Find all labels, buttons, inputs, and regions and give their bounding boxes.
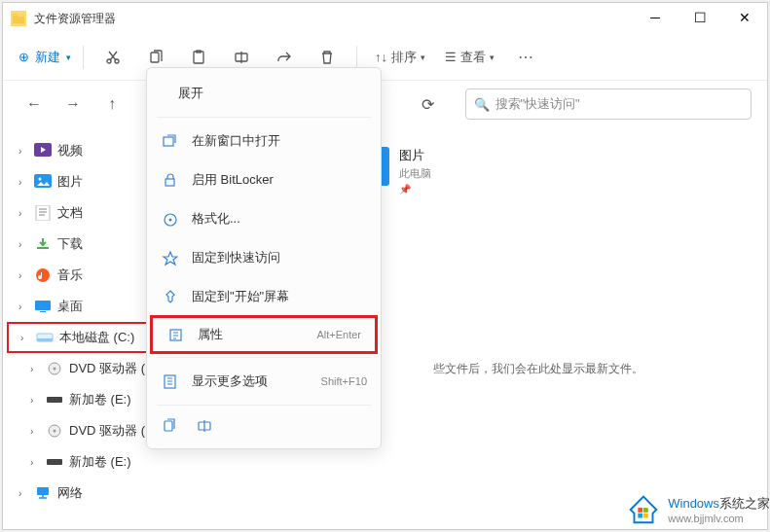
star-icon bbox=[161, 249, 178, 266]
sidebar-item-11[interactable]: › 网络 bbox=[7, 478, 178, 509]
titlebar: 文件资源管理器 ─ ☐ ✕ bbox=[3, 3, 767, 34]
refresh-button[interactable]: ⟳ bbox=[413, 89, 444, 120]
svg-rect-20 bbox=[47, 459, 62, 465]
music-icon bbox=[34, 267, 52, 283]
sidebar-label: 视频 bbox=[57, 142, 83, 160]
svg-point-10 bbox=[36, 268, 50, 282]
sidebar-item-10[interactable]: › 新加卷 (E:) bbox=[7, 446, 178, 478]
doc-icon bbox=[34, 205, 52, 221]
ctx-item-format[interactable]: 格式化... bbox=[147, 199, 381, 238]
svg-rect-9 bbox=[36, 205, 50, 221]
up-button[interactable]: ↑ bbox=[96, 89, 128, 120]
navbar: ← → ↑ ⟳ 🔍 搜索"快速访问" bbox=[3, 81, 767, 127]
forward-button[interactable]: → bbox=[57, 89, 89, 120]
minimize-button[interactable]: ─ bbox=[633, 3, 678, 32]
chevron-right-icon: › bbox=[18, 208, 28, 219]
cut-button[interactable] bbox=[95, 40, 130, 75]
sidebar-label: 新加卷 (E:) bbox=[69, 391, 131, 408]
close-button[interactable]: ✕ bbox=[722, 3, 767, 32]
sidebar-label: 图片 bbox=[57, 173, 83, 191]
disk2-icon bbox=[46, 392, 63, 408]
svg-rect-23 bbox=[164, 137, 173, 146]
svg-rect-31 bbox=[639, 508, 643, 513]
separator bbox=[157, 357, 371, 358]
ctx-label: 格式化... bbox=[192, 210, 240, 228]
svg-point-19 bbox=[54, 430, 56, 433]
svg-rect-17 bbox=[47, 397, 62, 403]
sidebar-label: 下载 bbox=[57, 235, 83, 253]
separator bbox=[157, 405, 371, 406]
view-button[interactable]: ☰ 查看 ▾ bbox=[439, 49, 500, 66]
folder-sub: 此电脑 bbox=[399, 166, 431, 181]
sidebar-label: 本地磁盘 (C:) bbox=[59, 329, 134, 346]
toolbar: ⊕ 新建 ▾ ↑↓ 排序 ▾ ☰ 查看 ▾ ⋯ bbox=[3, 34, 767, 81]
chevron-right-icon: › bbox=[20, 333, 30, 343]
ctx-label: 固定到"开始"屏幕 bbox=[192, 288, 289, 305]
ctx-label: 固定到快速访问 bbox=[192, 249, 280, 266]
svg-rect-14 bbox=[37, 338, 53, 341]
svg-rect-33 bbox=[639, 514, 643, 518]
view-icon: ☰ bbox=[445, 50, 457, 64]
ctx-label: 展开 bbox=[178, 85, 203, 102]
ctx-shortcut: Shift+F10 bbox=[321, 375, 367, 387]
sidebar-label: 网络 bbox=[57, 484, 83, 502]
svg-rect-2 bbox=[151, 53, 159, 62]
svg-point-8 bbox=[39, 178, 42, 181]
app-icon bbox=[11, 11, 26, 26]
ctx-item-pin[interactable]: 固定到"开始"屏幕 bbox=[147, 277, 381, 316]
back-button[interactable]: ← bbox=[18, 89, 50, 120]
ctx-item-expand[interactable]: 展开 bbox=[147, 74, 381, 113]
disk2-icon bbox=[46, 454, 63, 470]
download-icon bbox=[34, 236, 52, 252]
ctx-item-open-new[interactable]: 在新窗口中打开 bbox=[147, 122, 381, 160]
explorer-window: 文件资源管理器 ─ ☐ ✕ ⊕ 新建 ▾ ↑↓ 排序 ▾ ☰ 查看 ▾ ⋯ bbox=[2, 2, 768, 530]
ctx-item-star[interactable]: 固定到快速访问 bbox=[147, 238, 381, 277]
props-icon bbox=[166, 326, 184, 343]
svg-rect-34 bbox=[643, 514, 648, 518]
network-icon bbox=[34, 485, 52, 501]
context-menu: 展开在新窗口中打开启用 BitLocker格式化...固定到快速访问固定到"开始… bbox=[146, 67, 382, 449]
ctx-item-more[interactable]: 显示更多选项Shift+F10 bbox=[147, 362, 381, 401]
dvd-icon bbox=[46, 361, 63, 376]
chevron-right-icon: › bbox=[18, 239, 28, 250]
sort-icon: ↑↓ bbox=[375, 50, 387, 64]
chevron-right-icon: › bbox=[30, 426, 40, 437]
chevron-right-icon: › bbox=[30, 395, 40, 406]
ctx-bottom-row bbox=[147, 409, 381, 443]
open-new-icon bbox=[161, 132, 178, 150]
ctx-label: 启用 BitLocker bbox=[192, 171, 274, 189]
sort-button[interactable]: ↑↓ 排序 ▾ bbox=[369, 49, 431, 66]
maximize-button[interactable]: ☐ bbox=[678, 3, 722, 32]
chevron-right-icon: › bbox=[30, 364, 40, 374]
pin-icon bbox=[161, 288, 178, 305]
chevron-right-icon: › bbox=[30, 457, 40, 468]
svg-rect-32 bbox=[643, 508, 648, 513]
ctx-item-lock[interactable]: 启用 BitLocker bbox=[147, 160, 381, 199]
chevron-right-icon: › bbox=[18, 177, 28, 188]
picture-icon bbox=[34, 174, 52, 190]
chevron-right-icon: › bbox=[18, 270, 28, 281]
svg-rect-11 bbox=[35, 301, 51, 310]
sidebar-label: DVD 驱动器 ( bbox=[69, 360, 145, 377]
chevron-right-icon: › bbox=[18, 488, 28, 499]
watermark: Windows系统之家 www.bjjmlv.com bbox=[625, 491, 770, 528]
rename-icon[interactable] bbox=[196, 417, 213, 435]
more-button[interactable]: ⋯ bbox=[508, 40, 543, 75]
copy-icon[interactable] bbox=[161, 417, 178, 435]
sidebar-label: 音乐 bbox=[57, 266, 83, 284]
svg-point-26 bbox=[168, 218, 171, 221]
separator bbox=[356, 46, 357, 69]
format-icon bbox=[161, 210, 178, 228]
separator bbox=[157, 117, 371, 118]
ctx-shortcut: Alt+Enter bbox=[316, 329, 361, 340]
windows-logo-icon bbox=[625, 491, 662, 528]
new-button[interactable]: ⊕ 新建 ▾ bbox=[18, 49, 71, 66]
svg-rect-12 bbox=[40, 311, 46, 312]
search-icon: 🔍 bbox=[474, 97, 490, 112]
window-controls: ─ ☐ ✕ bbox=[633, 3, 767, 32]
ctx-item-props[interactable]: 属性Alt+Enter bbox=[150, 315, 378, 354]
search-input[interactable]: 🔍 搜索"快速访问" bbox=[465, 89, 752, 120]
empty-hint: 些文件后，我们会在此处显示最新文件。 bbox=[433, 361, 643, 377]
pin-icon: 📌 bbox=[399, 184, 431, 195]
desktop-icon bbox=[34, 299, 52, 314]
